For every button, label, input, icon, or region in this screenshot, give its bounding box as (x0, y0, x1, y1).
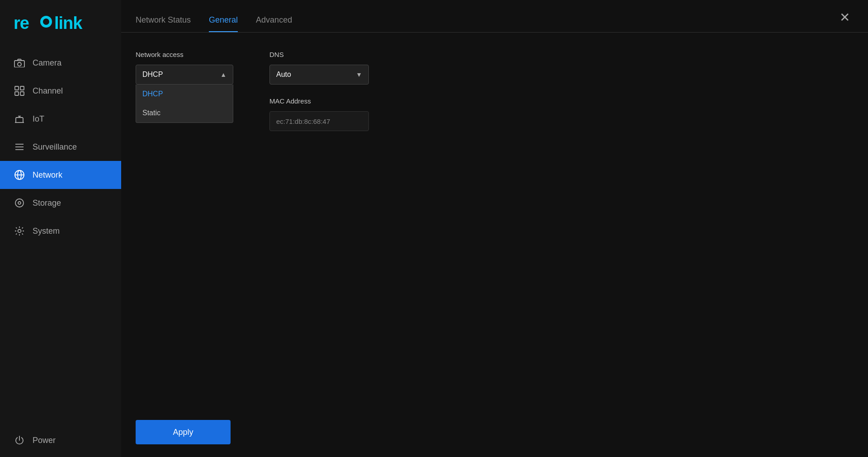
power-icon (14, 434, 25, 446)
svg-text:re: re (14, 14, 29, 33)
sidebar-item-network[interactable]: Network (0, 161, 121, 189)
main-content: Network Status General Advanced ✕ Networ… (121, 0, 868, 457)
iot-icon (14, 113, 25, 125)
sidebar-item-surveillance[interactable]: Surveillance (0, 133, 121, 161)
svg-rect-6 (15, 86, 19, 90)
dns-label: DNS (269, 51, 369, 58)
tab-network-status[interactable]: Network Status (136, 15, 191, 32)
camera-icon (14, 57, 25, 69)
content-area: Network access DHCP ▲ DHCP Static (121, 33, 868, 457)
network-access-dropdown[interactable]: DHCP ▲ (136, 65, 233, 85)
svg-rect-8 (15, 92, 19, 95)
mac-address-label: MAC Address (269, 97, 369, 105)
network-access-dropdown-wrapper: DHCP ▲ DHCP Static (136, 65, 233, 85)
sidebar-item-iot[interactable]: IoT (0, 105, 121, 133)
network-access-dropdown-menu: DHCP Static (136, 85, 233, 123)
tab-advanced[interactable]: Advanced (256, 15, 292, 32)
footer-bar: Apply (121, 407, 868, 457)
svg-rect-9 (20, 92, 24, 95)
power-section[interactable]: Power (0, 424, 121, 457)
sidebar-item-channel-label: Channel (33, 86, 63, 96)
chevron-down-icon: ▼ (356, 71, 362, 78)
dropdown-option-static[interactable]: Static (136, 104, 233, 122)
svg-rect-7 (20, 86, 24, 90)
dns-select[interactable]: Auto ▼ (269, 65, 369, 85)
channel-icon (14, 85, 25, 97)
close-button[interactable]: ✕ (835, 8, 854, 26)
dns-group: DNS Auto ▼ MAC Address ec:71:db:8c:68:47 (269, 51, 369, 131)
sidebar-item-camera[interactable]: Camera (0, 49, 121, 77)
svg-point-14 (18, 230, 21, 233)
surveillance-icon (14, 141, 25, 153)
power-label: Power (33, 436, 56, 445)
svg-point-12 (15, 199, 24, 207)
sidebar-item-storage[interactable]: Storage (0, 189, 121, 217)
tab-general[interactable]: General (209, 15, 238, 32)
network-access-value: DHCP (142, 71, 163, 79)
sidebar-item-surveillance-label: Surveillance (33, 142, 77, 152)
svg-point-2 (43, 19, 49, 25)
logo: re link (14, 13, 108, 33)
power-button[interactable]: Power (14, 434, 108, 446)
logo-area: re link (0, 0, 121, 49)
tabs-bar: Network Status General Advanced ✕ (121, 0, 868, 33)
storage-icon (14, 197, 25, 209)
sidebar-item-network-label: Network (33, 170, 62, 180)
apply-button[interactable]: Apply (136, 420, 231, 444)
sidebar-item-channel[interactable]: Channel (0, 77, 121, 105)
sidebar-item-iot-label: IoT (33, 114, 44, 124)
network-icon (14, 169, 25, 181)
sidebar-item-storage-label: Storage (33, 198, 61, 208)
sidebar-item-camera-label: Camera (33, 58, 61, 68)
dropdown-option-dhcp[interactable]: DHCP (136, 85, 233, 104)
network-access-group: Network access DHCP ▲ DHCP Static (136, 51, 233, 85)
sidebar-item-system[interactable]: System (0, 217, 121, 245)
mac-address-input: ec:71:db:8c:68:47 (269, 111, 369, 131)
network-access-label: Network access (136, 51, 233, 58)
sidebar-item-system-label: System (33, 226, 60, 236)
sidebar: re link Camera Channel IoT Surveillance (0, 0, 121, 457)
svg-text:link: link (54, 14, 83, 33)
chevron-up-icon: ▲ (220, 71, 226, 78)
svg-point-5 (18, 62, 21, 66)
svg-point-13 (18, 202, 21, 204)
dns-value: Auto (276, 71, 291, 79)
form-row: Network access DHCP ▲ DHCP Static (136, 51, 850, 131)
system-icon (14, 225, 25, 237)
